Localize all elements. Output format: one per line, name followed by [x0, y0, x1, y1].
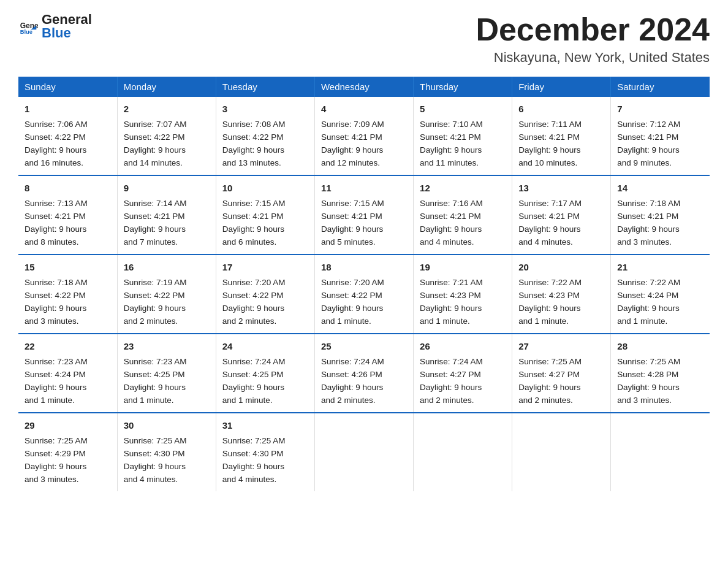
day-number: 27	[518, 339, 604, 353]
sunrise-text: Sunrise: 7:21 AM	[420, 278, 483, 287]
col-monday: Monday	[117, 77, 216, 97]
day-number: 13	[518, 181, 604, 195]
day-number: 29	[25, 418, 111, 432]
calendar-week-row: 8Sunrise: 7:13 AMSunset: 4:21 PMDaylight…	[18, 175, 710, 255]
calendar-cell: 3Sunrise: 7:08 AMSunset: 4:22 PMDaylight…	[216, 97, 314, 175]
daylight-text: Daylight: 9 hours	[25, 224, 86, 234]
day-number: 15	[25, 260, 111, 274]
sunrise-text: Sunrise: 7:20 AM	[222, 278, 286, 287]
calendar-cell: 5Sunrise: 7:10 AMSunset: 4:21 PMDaylight…	[414, 97, 512, 175]
daylight-minutes-text: and 1 minute.	[321, 316, 371, 326]
calendar-cell: 29Sunrise: 7:25 AMSunset: 4:29 PMDayligh…	[18, 413, 117, 491]
daylight-text: Daylight: 9 hours	[617, 383, 679, 392]
day-number: 10	[222, 181, 308, 195]
daylight-text: Daylight: 9 hours	[518, 145, 580, 155]
daylight-text: Daylight: 9 hours	[617, 224, 679, 234]
sunset-text: Sunset: 4:21 PM	[321, 132, 382, 142]
calendar-cell: 27Sunrise: 7:25 AMSunset: 4:27 PMDayligh…	[512, 334, 611, 413]
logo-blue-text: Blue	[42, 26, 92, 40]
day-number: 14	[617, 181, 703, 195]
calendar-cell: 18Sunrise: 7:20 AMSunset: 4:22 PMDayligh…	[314, 255, 413, 334]
calendar-cell	[414, 413, 512, 491]
daylight-minutes-text: and 3 minutes.	[617, 396, 672, 405]
daylight-minutes-text: and 1 minute.	[617, 316, 667, 326]
daylight-text: Daylight: 9 hours	[25, 383, 86, 392]
sunrise-text: Sunrise: 7:15 AM	[321, 199, 384, 208]
day-number: 16	[124, 260, 210, 274]
calendar-cell: 8Sunrise: 7:13 AMSunset: 4:21 PMDaylight…	[18, 175, 117, 255]
logo: General Blue General Blue	[18, 12, 92, 40]
daylight-minutes-text: and 7 minutes.	[124, 237, 178, 247]
sunrise-text: Sunrise: 7:23 AM	[25, 357, 88, 366]
sunset-text: Sunset: 4:30 PM	[222, 449, 284, 458]
daylight-minutes-text: and 1 minute.	[420, 316, 470, 326]
logo-icon: General Blue	[18, 17, 38, 36]
daylight-minutes-text: and 4 minutes.	[420, 237, 474, 247]
page-header: General Blue General Blue December 2024 …	[18, 12, 710, 66]
col-saturday: Saturday	[611, 77, 710, 97]
sunset-text: Sunset: 4:22 PM	[25, 132, 86, 142]
daylight-text: Daylight: 9 hours	[518, 304, 580, 313]
sunrise-text: Sunrise: 7:22 AM	[518, 278, 582, 287]
sunset-text: Sunset: 4:22 PM	[25, 291, 86, 300]
sunrise-text: Sunrise: 7:14 AM	[124, 199, 187, 208]
day-number: 5	[420, 102, 506, 116]
daylight-minutes-text: and 13 minutes.	[222, 158, 281, 167]
daylight-minutes-text: and 2 minutes.	[321, 396, 376, 405]
day-number: 7	[617, 102, 703, 116]
daylight-minutes-text: and 2 minutes.	[124, 316, 178, 326]
sunset-text: Sunset: 4:26 PM	[321, 370, 382, 379]
svg-text:Blue: Blue	[20, 29, 32, 35]
day-number: 17	[222, 260, 308, 274]
col-thursday: Thursday	[414, 77, 512, 97]
daylight-minutes-text: and 10 minutes.	[518, 158, 577, 167]
day-number: 23	[124, 339, 210, 353]
calendar-table: Sunday Monday Tuesday Wednesday Thursday…	[18, 77, 710, 491]
daylight-text: Daylight: 9 hours	[124, 462, 186, 471]
daylight-text: Daylight: 9 hours	[222, 304, 284, 313]
sunset-text: Sunset: 4:22 PM	[124, 291, 185, 300]
sunrise-text: Sunrise: 7:23 AM	[124, 357, 187, 366]
sunrise-text: Sunrise: 7:24 AM	[321, 357, 384, 366]
calendar-cell: 4Sunrise: 7:09 AMSunset: 4:21 PMDaylight…	[314, 97, 413, 175]
calendar-cell: 24Sunrise: 7:24 AMSunset: 4:25 PMDayligh…	[216, 334, 314, 413]
calendar-cell: 9Sunrise: 7:14 AMSunset: 4:21 PMDaylight…	[117, 175, 216, 255]
sunrise-text: Sunrise: 7:07 AM	[124, 120, 187, 129]
day-number: 25	[321, 339, 407, 353]
sunset-text: Sunset: 4:22 PM	[222, 291, 284, 300]
daylight-text: Daylight: 9 hours	[222, 145, 284, 155]
sunrise-text: Sunrise: 7:06 AM	[25, 120, 88, 129]
calendar-cell: 17Sunrise: 7:20 AMSunset: 4:22 PMDayligh…	[216, 255, 314, 334]
calendar-cell: 21Sunrise: 7:22 AMSunset: 4:24 PMDayligh…	[611, 255, 710, 334]
sunrise-text: Sunrise: 7:20 AM	[321, 278, 384, 287]
sunset-text: Sunset: 4:22 PM	[321, 291, 382, 300]
col-wednesday: Wednesday	[314, 77, 413, 97]
daylight-text: Daylight: 9 hours	[124, 145, 186, 155]
daylight-minutes-text: and 14 minutes.	[124, 158, 183, 167]
daylight-minutes-text: and 3 minutes.	[25, 475, 79, 484]
sunrise-text: Sunrise: 7:18 AM	[617, 199, 680, 208]
calendar-cell: 6Sunrise: 7:11 AMSunset: 4:21 PMDaylight…	[512, 97, 611, 175]
day-number: 22	[25, 339, 111, 353]
sunrise-text: Sunrise: 7:19 AM	[124, 278, 187, 287]
sunset-text: Sunset: 4:21 PM	[617, 212, 678, 221]
daylight-text: Daylight: 9 hours	[420, 145, 482, 155]
daylight-text: Daylight: 9 hours	[124, 304, 186, 313]
sunset-text: Sunset: 4:25 PM	[222, 370, 284, 379]
daylight-text: Daylight: 9 hours	[25, 304, 86, 313]
calendar-cell: 31Sunrise: 7:25 AMSunset: 4:30 PMDayligh…	[216, 413, 314, 491]
daylight-text: Daylight: 9 hours	[222, 224, 284, 234]
daylight-minutes-text: and 2 minutes.	[420, 396, 474, 405]
sunrise-text: Sunrise: 7:18 AM	[25, 278, 88, 287]
sunrise-text: Sunrise: 7:08 AM	[222, 120, 286, 129]
daylight-minutes-text: and 6 minutes.	[222, 237, 277, 247]
sunrise-text: Sunrise: 7:10 AM	[420, 120, 483, 129]
day-number: 6	[518, 102, 604, 116]
col-friday: Friday	[512, 77, 611, 97]
daylight-minutes-text: and 3 minutes.	[617, 237, 672, 247]
daylight-text: Daylight: 9 hours	[25, 145, 86, 155]
daylight-minutes-text: and 16 minutes.	[25, 158, 83, 167]
sunset-text: Sunset: 4:29 PM	[25, 449, 86, 458]
calendar-week-row: 1Sunrise: 7:06 AMSunset: 4:22 PMDaylight…	[18, 97, 710, 175]
calendar-week-row: 22Sunrise: 7:23 AMSunset: 4:24 PMDayligh…	[18, 334, 710, 413]
